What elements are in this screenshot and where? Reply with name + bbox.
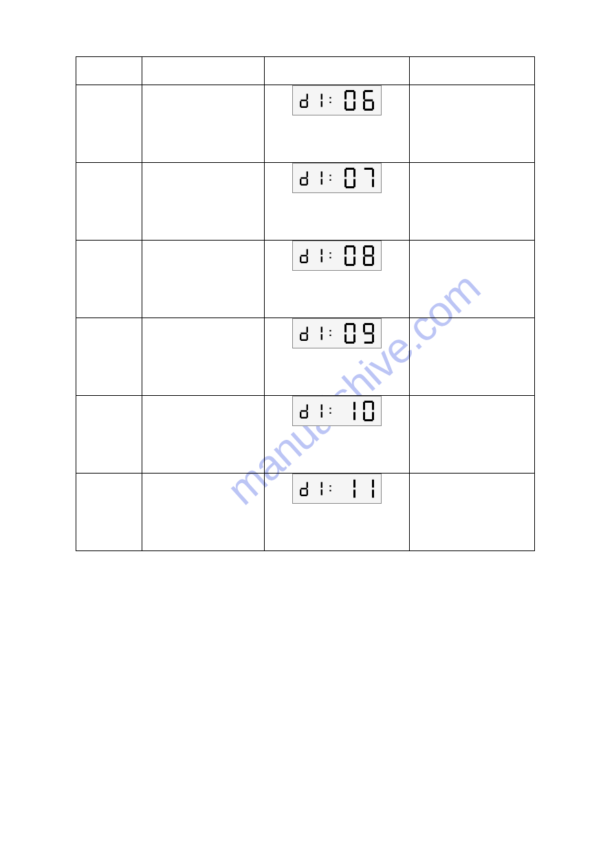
svg-rect-5 [320, 93, 322, 99]
svg-rect-78 [372, 335, 374, 343]
svg-rect-8 [330, 102, 331, 103]
svg-rect-74 [344, 335, 347, 343]
svg-rect-41 [301, 262, 307, 263]
svg-rect-3 [300, 101, 301, 107]
svg-rect-99 [307, 482, 308, 487]
svg-rect-20 [364, 100, 373, 102]
cell [142, 474, 265, 551]
svg-rect-61 [307, 326, 308, 332]
header-cell-4 [410, 57, 535, 85]
svg-rect-26 [320, 171, 322, 177]
table-row [76, 318, 535, 396]
svg-rect-98 [363, 402, 365, 410]
svg-rect-72 [353, 335, 355, 343]
svg-rect-65 [301, 333, 307, 334]
header-cell-2 [142, 57, 265, 85]
cell [410, 163, 535, 241]
svg-rect-83 [307, 412, 308, 417]
svg-rect-91 [353, 402, 355, 410]
svg-rect-49 [353, 247, 355, 255]
svg-rect-32 [353, 179, 355, 188]
main-table-container [76, 56, 535, 551]
svg-rect-2 [301, 107, 307, 108]
lcd-display [292, 318, 382, 348]
svg-rect-24 [300, 179, 301, 184]
svg-rect-23 [301, 184, 307, 186]
svg-rect-105 [320, 489, 322, 495]
svg-rect-84 [301, 417, 307, 419]
svg-rect-102 [300, 489, 301, 495]
cell [142, 396, 265, 474]
svg-rect-30 [346, 168, 354, 170]
svg-rect-82 [307, 404, 308, 410]
table-row [76, 474, 535, 551]
svg-rect-62 [307, 334, 308, 340]
svg-rect-31 [353, 169, 355, 177]
lcd-display [292, 85, 382, 115]
svg-rect-47 [330, 257, 331, 258]
svg-rect-75 [344, 324, 347, 333]
svg-rect-93 [364, 401, 373, 403]
svg-rect-60 [364, 255, 373, 257]
svg-rect-21 [307, 171, 308, 177]
svg-rect-42 [300, 256, 301, 262]
svg-rect-89 [330, 408, 331, 409]
svg-rect-108 [353, 480, 355, 488]
svg-rect-58 [363, 257, 365, 265]
cell [142, 241, 265, 318]
svg-rect-22 [307, 179, 308, 184]
svg-rect-68 [330, 330, 331, 331]
svg-rect-43 [301, 255, 307, 256]
table-header-row [76, 57, 535, 85]
cell [76, 163, 142, 241]
cell [142, 85, 265, 163]
svg-rect-70 [346, 323, 354, 325]
svg-rect-57 [364, 264, 373, 266]
svg-rect-92 [353, 412, 355, 421]
svg-rect-104 [320, 482, 322, 487]
svg-rect-7 [330, 97, 331, 98]
svg-rect-4 [301, 100, 307, 101]
lcd-display [292, 396, 382, 426]
svg-rect-69 [330, 335, 331, 336]
svg-rect-39 [307, 249, 308, 254]
lcd-cell [265, 396, 410, 474]
svg-rect-94 [372, 402, 374, 410]
svg-rect-13 [344, 102, 347, 110]
lcd-display [292, 241, 382, 271]
svg-rect-45 [320, 256, 322, 262]
svg-rect-35 [344, 169, 347, 177]
svg-rect-16 [372, 102, 374, 110]
svg-rect-10 [353, 91, 355, 100]
lcd-cell [265, 85, 410, 163]
cell [142, 318, 265, 396]
svg-rect-36 [364, 168, 373, 170]
svg-rect-59 [363, 247, 365, 255]
svg-rect-66 [320, 326, 322, 332]
lcd-cell [265, 474, 410, 551]
svg-rect-100 [307, 489, 308, 495]
lcd-cell [265, 318, 410, 396]
svg-rect-73 [346, 342, 354, 344]
svg-rect-86 [301, 410, 307, 412]
svg-rect-18 [363, 102, 365, 110]
header-cell-3 [265, 57, 410, 85]
svg-rect-1 [307, 101, 308, 107]
table-row [76, 163, 535, 241]
svg-rect-19 [363, 91, 365, 100]
table-row [76, 241, 535, 318]
svg-rect-87 [320, 404, 322, 410]
svg-rect-85 [300, 412, 301, 417]
svg-rect-90 [330, 412, 331, 414]
cell [76, 241, 142, 318]
svg-rect-33 [346, 186, 354, 188]
cell [410, 85, 535, 163]
cell [76, 396, 142, 474]
svg-rect-80 [363, 324, 365, 333]
svg-rect-46 [330, 252, 331, 254]
svg-rect-44 [320, 249, 322, 254]
cell [76, 85, 142, 163]
svg-rect-111 [372, 490, 374, 498]
svg-rect-27 [320, 179, 322, 184]
svg-rect-79 [364, 342, 373, 344]
